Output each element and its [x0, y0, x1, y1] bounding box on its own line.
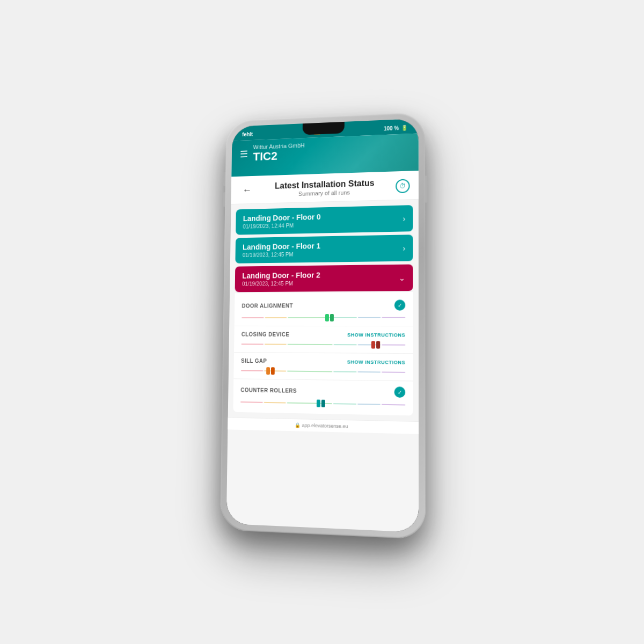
hamburger-menu-icon[interactable]: ☰	[240, 150, 248, 159]
counter-rollers-indicator	[317, 400, 325, 407]
lock-icon: 🔒	[295, 422, 301, 428]
door-alignment-header: DOOR ALIGNMENT ✓	[241, 299, 405, 311]
floor-2-chevron-down: ⌄	[399, 273, 405, 282]
floor-1-arrow: ›	[403, 244, 406, 252]
battery-icon: 🔋	[401, 125, 407, 130]
counter-rollers-label: COUNTER ROLLERS	[240, 387, 297, 394]
status-bar-left: fehlt	[242, 131, 253, 137]
url-text: app.elevatorsense.eu	[302, 422, 348, 429]
counter-rollers-header: COUNTER ROLLERS ✓	[240, 384, 405, 398]
floor-0-name: Landing Door - Floor 0	[243, 213, 321, 223]
floor-item-0[interactable]: Landing Door - Floor 0 01/19/2023, 12:44…	[236, 205, 413, 235]
battery-percentage: 100 %	[384, 125, 399, 131]
indicator-block-1	[325, 314, 329, 321]
app-header: ☰ Wittur Austria GmbH TIC2	[231, 134, 419, 177]
floor-item-1[interactable]: Landing Door - Floor 1 01/19/2023, 12:45…	[235, 235, 413, 264]
closing-device-label: CLOSING DEVICE	[241, 332, 290, 338]
sill-gap-gauge	[241, 367, 405, 376]
notch	[303, 122, 345, 135]
phone-screen: fehlt 📶 100 % 🔋 ☰ Wittur Austria GmbH	[226, 119, 419, 532]
door-alignment-label: DOOR ALIGNMENT	[242, 303, 294, 309]
counter-rollers-check-icon: ✓	[394, 386, 406, 398]
door-alignment-indicator	[325, 314, 334, 321]
floor-2-expanded-panel: DOOR ALIGNMENT ✓	[233, 292, 413, 415]
sill-gap-indicator	[266, 367, 275, 375]
closing-device-row: CLOSING DEVICE SHOW INSTRUCTIONS	[234, 326, 413, 354]
phone-inner: fehlt 📶 100 % 🔋 ☰ Wittur Austria GmbH	[226, 119, 419, 532]
sill-gap-row: SILL GAP SHOW INSTRUCTIONS	[233, 353, 413, 382]
floor-1-date: 01/19/2023, 12:45 PM	[243, 251, 320, 258]
door-alignment-row: DOOR ALIGNMENT ✓	[235, 294, 413, 326]
main-content: ← Latest Installation Status Summary of …	[226, 171, 419, 532]
header-text: Wittur Austria GmbH TIC2	[253, 142, 304, 164]
status-bar-right: 100 % 🔋	[384, 125, 408, 131]
counter-indicator-block-1	[317, 400, 320, 407]
closing-indicator-block-1	[371, 341, 375, 348]
side-button-power	[425, 175, 427, 202]
floor-2-name: Landing Door - Floor 2	[242, 271, 320, 280]
floor-1-content: Landing Door - Floor 1 01/19/2023, 12:45…	[243, 241, 320, 258]
closing-device-action[interactable]: SHOW INSTRUCTIONS	[347, 332, 405, 338]
closing-device-header: CLOSING DEVICE SHOW INSTRUCTIONS	[241, 332, 405, 338]
sill-indicator-block-2	[271, 367, 275, 375]
floor-0-arrow: ›	[403, 214, 406, 223]
back-button[interactable]: ←	[239, 184, 255, 197]
app-title: TIC2	[253, 148, 304, 164]
door-alignment-check-icon: ✓	[394, 299, 405, 310]
sill-gap-header: SILL GAP SHOW INSTRUCTIONS	[241, 358, 405, 365]
closing-device-gauge	[241, 340, 406, 349]
floor-item-2[interactable]: Landing Door - Floor 2 01/19/2023, 12:45…	[235, 265, 413, 292]
floor-1-name: Landing Door - Floor 1	[243, 241, 320, 251]
sill-gap-action[interactable]: SHOW INSTRUCTIONS	[347, 359, 405, 365]
floors-list: Landing Door - Floor 0 01/19/2023, 12:44…	[228, 200, 419, 421]
counter-rollers-gauge	[240, 398, 405, 409]
closing-device-indicator	[371, 341, 380, 348]
floor-2-content: Landing Door - Floor 2 01/19/2023, 12:45…	[242, 271, 320, 287]
side-button-volume-up	[223, 172, 225, 186]
sill-gap-label: SILL GAP	[241, 358, 267, 364]
sill-indicator-block-1	[266, 367, 270, 375]
closing-indicator-block-2	[376, 341, 380, 348]
door-alignment-gauge	[241, 314, 405, 321]
counter-rollers-row: COUNTER ROLLERS ✓	[233, 379, 413, 413]
floor-0-content: Landing Door - Floor 0 01/19/2023, 12:44…	[243, 213, 321, 229]
page-header-center: Latest Installation Status Summary of al…	[254, 178, 396, 198]
phone-frame: fehlt 📶 100 % 🔋 ☰ Wittur Austria GmbH	[220, 112, 426, 540]
floor-0-date: 01/19/2023, 12:44 PM	[243, 222, 321, 230]
phone-wrapper: fehlt 📶 100 % 🔋 ☰ Wittur Austria GmbH	[220, 113, 424, 531]
floor-2-date: 01/19/2023, 12:45 PM	[242, 280, 320, 287]
clock-icon[interactable]: ⏱	[396, 179, 409, 193]
side-button-volume-down	[223, 192, 225, 207]
indicator-block-2	[330, 314, 334, 321]
counter-indicator-block-2	[321, 400, 325, 407]
